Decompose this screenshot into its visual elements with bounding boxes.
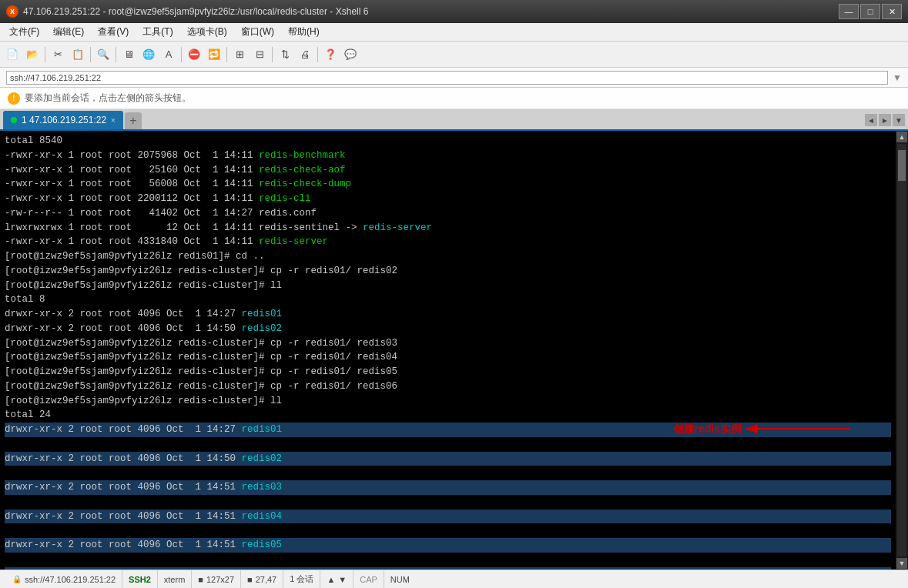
status-position: ■ 27,47 [241, 570, 283, 588]
line-25: drwxr-xr-x 2 root root 4096 Oct 1 14:51 … [5, 538, 891, 553]
toolbar-chat[interactable]: 💬 [341, 45, 360, 64]
line-2: -rwxr-xr-x 1 root root 2075968 Oct 1 14:… [5, 150, 346, 161]
terminal-content: total 8540 -rwxr-xr-x 1 root root 207596… [5, 134, 891, 570]
status-protocol: SSH2 [122, 570, 158, 588]
menu-bar: 文件(F) 编辑(E) 查看(V) 工具(T) 选项卡(B) 窗口(W) 帮助(… [0, 23, 908, 42]
status-num-text: NUM [390, 575, 410, 584]
toolbar-search[interactable]: 🔍 [94, 45, 112, 64]
tab-label: 1 47.106.219.251:22 [22, 115, 106, 125]
address-dropdown-icon[interactable]: ▼ [893, 72, 902, 83]
scroll-track[interactable] [897, 144, 906, 556]
line-13: drwxr-xr-x 2 root root 4096 Oct 1 14:27 … [5, 309, 282, 319]
status-dimensions-text: ■ [198, 575, 203, 584]
terminal[interactable]: total 8540 -rwxr-xr-x 1 root root 207596… [0, 131, 896, 570]
line-5: -rwxr-xr-x 1 root root 2200112 Oct 1 14:… [5, 193, 311, 204]
scroll-thumb[interactable] [898, 150, 906, 181]
status-cap: CAP [353, 570, 384, 588]
menu-tools[interactable]: 工具(T) [136, 24, 179, 40]
toolbar-new[interactable]: 📄 [3, 45, 22, 64]
line-24: drwxr-xr-x 2 root root 4096 Oct 1 14:51 … [5, 509, 891, 524]
line-26: drwxr-xr-x 2 root root 4096 Oct 1 14:51 … [5, 567, 891, 570]
line-14: drwxr-xr-x 2 root root 4096 Oct 1 14:50 … [5, 323, 282, 334]
session-tab[interactable]: 1 47.106.219.251:22 × [3, 111, 123, 129]
status-dimensions-value: 127x27 [206, 575, 234, 584]
status-address: 🔒 ssh://47.106.219.251:22 [6, 570, 122, 588]
window-controls: — □ ✕ [839, 4, 902, 19]
line-11: [root@izwz9ef5sjam9pvfyiz26lz redis-clus… [5, 280, 282, 291]
toolbar-font[interactable]: A [159, 45, 178, 64]
status-down-arrow[interactable]: ▼ [338, 575, 347, 584]
terminal-wrapper: total 8540 -rwxr-xr-x 1 root root 207596… [0, 131, 908, 570]
line-19: [root@izwz9ef5sjam9pvfyiz26lz redis-clus… [5, 396, 282, 406]
tab-nav-more[interactable]: ▼ [893, 114, 905, 126]
window-title: 47.106.219.251:22 - root@izwz9ef5sjam9pv… [23, 6, 368, 17]
toolbar-sep-7 [317, 47, 318, 62]
line-4: -rwxr-xr-x 1 root root 56008 Oct 1 14:11… [5, 179, 351, 189]
line-20: total 24 [5, 409, 51, 420]
toolbar-layout[interactable]: ⊞ [230, 45, 249, 64]
toolbar-open[interactable]: 📂 [23, 45, 42, 64]
annotation-container: 创建redis实例 [673, 417, 849, 440]
line-22: drwxr-xr-x 2 root root 4096 Oct 1 14:50 … [5, 452, 891, 466]
toolbar-refresh[interactable]: 🔁 [205, 45, 223, 64]
line-6: -rw-r--r-- 1 root root 41402 Oct 1 14:27… [5, 208, 317, 219]
toolbar: 📄 📂 ✂ 📋 🔍 🖥 🌐 A ⛔ 🔁 ⊞ ⊟ ⇅ 🖨 ❓ 💬 [0, 42, 908, 68]
toolbar-sep-1 [45, 47, 45, 62]
status-up-arrow[interactable]: ▲ [327, 575, 335, 584]
toolbar-copy[interactable]: 📋 [69, 45, 87, 64]
menu-window[interactable]: 窗口(W) [235, 24, 280, 40]
annotation-text: 创建redis实例 [673, 421, 742, 437]
toolbar-network[interactable]: 🌐 [139, 45, 158, 64]
toolbar-sep-4 [181, 47, 182, 62]
menu-view[interactable]: 查看(V) [92, 24, 135, 40]
tab-bar: 1 47.106.219.251:22 × + ◄ ► ▼ [0, 109, 908, 131]
info-bar: ! 要添加当前会话，点击左侧的箭头按钮。 [0, 88, 908, 109]
line-8: -rwxr-xr-x 1 root root 4331840 Oct 1 14:… [5, 236, 328, 247]
status-position-icon: ■ [247, 575, 253, 584]
maximize-button[interactable]: □ [860, 4, 880, 19]
tab-nav-right[interactable]: ► [879, 114, 891, 126]
tab-nav-left[interactable]: ◄ [865, 114, 877, 126]
toolbar-stop[interactable]: ⛔ [185, 45, 203, 64]
line-23: drwxr-xr-x 2 root root 4096 Oct 1 14:51 … [5, 480, 891, 495]
address-input[interactable] [6, 71, 888, 85]
status-encoding-text: xterm [164, 575, 186, 584]
status-sessions: 1 会话 [283, 570, 320, 588]
toolbar-sep-5 [226, 47, 227, 62]
terminal-scrollbar[interactable]: ▲ ▼ [896, 131, 908, 570]
tab-navigation: ◄ ► ▼ [865, 114, 905, 126]
toolbar-print[interactable]: 🖨 [296, 45, 314, 64]
toolbar-cut[interactable]: ✂ [49, 45, 67, 64]
annotation-arrow-svg [749, 417, 849, 440]
status-sessions-text: 1 会话 [290, 573, 313, 585]
toolbar-transfer[interactable]: ⇅ [276, 45, 294, 64]
status-protocol-text: SSH2 [129, 575, 151, 584]
tab-status-dot [11, 117, 17, 123]
toolbar-sep-2 [90, 47, 91, 62]
scroll-up-button[interactable]: ▲ [896, 132, 907, 142]
ssh-lock-icon: 🔒 [12, 575, 22, 583]
address-bar: ▼ [0, 68, 908, 88]
info-text: 要添加当前会话，点击左侧的箭头按钮。 [25, 92, 191, 105]
toolbar-help[interactable]: ❓ [321, 45, 340, 64]
minimize-button[interactable]: — [839, 4, 859, 19]
toolbar-screen[interactable]: 🖥 [119, 45, 138, 64]
line-17: [root@izwz9ef5sjam9pvfyiz26lz redis-clus… [5, 366, 397, 377]
status-num: NUM [384, 570, 416, 588]
line-1: total 8540 [5, 135, 62, 146]
menu-file[interactable]: 文件(F) [3, 24, 45, 40]
close-button[interactable]: ✕ [882, 4, 902, 19]
line-10: [root@izwz9ef5sjam9pvfyiz26lz redis-clus… [5, 266, 397, 276]
menu-tabs[interactable]: 选项卡(B) [181, 24, 233, 40]
tab-close-button[interactable]: × [111, 116, 116, 125]
scroll-down-button[interactable]: ▼ [896, 558, 907, 569]
toolbar-layout2[interactable]: ⊟ [250, 45, 269, 64]
status-arrows: ▲ ▼ [320, 570, 353, 588]
menu-edit[interactable]: 编辑(E) [47, 24, 90, 40]
menu-help[interactable]: 帮助(H) [282, 24, 326, 40]
toolbar-sep-6 [272, 47, 273, 62]
status-position-value: 27,47 [256, 575, 277, 584]
line-9: [root@izwz9ef5sjam9pvfyiz26lz redis01]# … [5, 251, 265, 262]
add-tab-button[interactable]: + [125, 112, 142, 129]
app-icon: X [6, 5, 18, 18]
